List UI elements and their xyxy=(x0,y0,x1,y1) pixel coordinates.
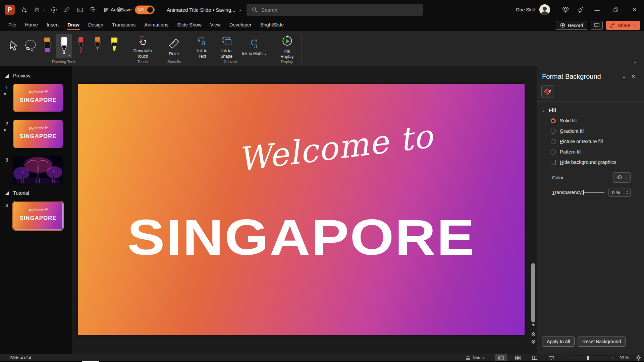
option-solid-fill[interactable]: Solid fill xyxy=(551,118,637,123)
option-hide-background-graphics[interactable]: Hide background graphics xyxy=(551,160,637,165)
panel-close-icon[interactable]: ✕ xyxy=(629,72,638,80)
radio-icon[interactable] xyxy=(551,149,556,155)
eraser-tool[interactable] xyxy=(40,34,55,58)
ink-pen-icon[interactable] xyxy=(62,5,72,15)
close-button[interactable]: ✕ xyxy=(625,0,644,19)
add-animation-star-icon[interactable] xyxy=(32,5,42,15)
normal-view-button[interactable] xyxy=(495,354,507,362)
slide-title-text[interactable]: SINGAPORE xyxy=(51,208,551,266)
ink-to-text-button[interactable]: a a Ink to Text xyxy=(191,33,214,59)
tab-slide-show[interactable]: Slide Show xyxy=(173,19,206,31)
avatar[interactable] xyxy=(539,4,550,15)
pencil-orange-tool[interactable] xyxy=(90,34,105,58)
pen-red-tool[interactable] xyxy=(73,34,89,58)
transparency-slider[interactable] xyxy=(583,190,604,195)
ruler-button[interactable]: Ruler xyxy=(163,35,185,57)
pen-white-tool[interactable]: ⌄ xyxy=(56,34,72,58)
animation-star-icon[interactable]: ★ xyxy=(3,128,6,132)
tab-brightslide[interactable]: BrightSlide xyxy=(256,19,288,31)
share-button[interactable]: Share ⌄ xyxy=(606,21,640,30)
panel-collapse-chevron-icon[interactable]: ⌄ xyxy=(619,72,629,80)
option-label[interactable]: Picture or texture fill xyxy=(560,139,603,144)
highlighter-yellow-tool[interactable] xyxy=(107,34,122,58)
fit-slide-to-window-button[interactable] xyxy=(633,354,644,362)
account-name[interactable]: One Skill xyxy=(516,7,535,12)
zoom-in-button[interactable]: + xyxy=(608,355,616,361)
zoom-out-button[interactable]: − xyxy=(564,355,572,361)
pen-options-chevron-icon[interactable]: ⌄ xyxy=(68,53,71,57)
option-pattern-fill[interactable]: Pattern fill xyxy=(551,149,637,155)
option-picture-or-texture-fill[interactable]: Picture or texture fill xyxy=(551,139,637,144)
radio-selected-icon[interactable] xyxy=(551,118,556,123)
tab-developer[interactable]: Developer xyxy=(225,19,256,31)
section-header-tutorial[interactable]: Tutorial xyxy=(5,190,29,196)
restore-button[interactable] xyxy=(606,0,625,19)
ink-to-math-button[interactable]: π π Ink to Math ⌄ xyxy=(239,35,270,57)
checkbox-icon[interactable] xyxy=(551,160,556,165)
tab-view[interactable]: View xyxy=(206,19,225,31)
spinner-arrows[interactable]: ▲▼ xyxy=(626,190,630,195)
feedback-megaphone-icon[interactable] xyxy=(573,0,588,19)
zoom-slider[interactable] xyxy=(572,356,608,360)
transparency-value[interactable]: 0 % xyxy=(609,190,626,195)
tab-transitions[interactable]: Transitions xyxy=(108,19,140,31)
duplicate-slide-icon[interactable] xyxy=(88,5,98,15)
draw-with-touch-button[interactable]: Draw with Touch xyxy=(128,33,157,59)
slider-track[interactable] xyxy=(583,192,604,193)
fill-section-header[interactable]: ⌄ Fill xyxy=(542,107,637,113)
slide-2-thumbnail[interactable]: Welcome to SINGAPORE xyxy=(13,120,63,148)
color-dropdown-button[interactable]: ⌄ xyxy=(613,172,631,183)
slide-layout-icon[interactable] xyxy=(75,5,85,15)
vertical-scrollbar-thumb[interactable] xyxy=(531,263,535,322)
autosave-toggle[interactable]: On xyxy=(135,6,154,14)
scrollbar-down-arrow-icon[interactable] xyxy=(531,324,535,326)
premium-diamond-icon[interactable] xyxy=(558,0,573,19)
preview-animations-star-icon[interactable] xyxy=(19,5,29,15)
toolbar-options-chevron-icon[interactable]: ⌄ xyxy=(153,6,156,11)
tab-design[interactable]: Design xyxy=(84,19,108,31)
reset-background-button[interactable]: Reset Background xyxy=(578,337,626,347)
chevron-down-icon[interactable]: ⌄ xyxy=(43,8,46,12)
next-slide-button[interactable] xyxy=(530,339,536,345)
slide-sorter-view-button[interactable] xyxy=(512,354,524,362)
fill-bucket-tab[interactable] xyxy=(541,85,554,98)
minimize-button[interactable]: — xyxy=(588,0,606,19)
transparency-spinbox[interactable]: 0 % ▲▼ xyxy=(608,188,631,197)
search-input[interactable] xyxy=(261,7,406,13)
tab-insert[interactable]: Insert xyxy=(42,19,63,31)
radio-icon[interactable] xyxy=(551,139,556,144)
slider-handle[interactable] xyxy=(583,190,584,195)
option-gradient-fill[interactable]: Gradient fill xyxy=(551,128,637,134)
ink-replay-button[interactable]: Ink Replay xyxy=(276,32,299,59)
apply-to-all-button[interactable]: Apply to All xyxy=(542,337,575,347)
previous-slide-button[interactable] xyxy=(530,331,536,337)
record-button[interactable]: Record xyxy=(556,21,587,30)
animation-star-icon[interactable]: ★ xyxy=(3,92,6,96)
powerpoint-logo[interactable]: P xyxy=(5,5,15,15)
ink-to-shape-button[interactable]: Ink to Shape xyxy=(214,33,238,59)
zoom-slider-handle[interactable] xyxy=(587,356,589,360)
tab-animations[interactable]: Animations xyxy=(140,19,173,31)
align-objects-icon[interactable] xyxy=(101,5,111,15)
slide-canvas[interactable]: Welcome to SINGAPORE xyxy=(78,84,525,335)
option-label[interactable]: Hide background graphics xyxy=(560,160,616,165)
tab-file[interactable]: File xyxy=(4,19,20,31)
tab-draw[interactable]: Draw xyxy=(63,19,84,31)
slide-script-text[interactable]: Welcome to xyxy=(236,117,435,178)
tab-home[interactable]: Home xyxy=(20,19,42,31)
option-label[interactable]: Pattern fill xyxy=(560,149,581,155)
reading-view-button[interactable] xyxy=(529,354,541,362)
option-label[interactable]: Solid fill xyxy=(560,118,577,123)
section-header-preview[interactable]: Preview xyxy=(5,73,31,78)
select-tool[interactable] xyxy=(6,34,21,58)
zoom-slider-track[interactable] xyxy=(572,358,608,358)
lasso-select-tool[interactable] xyxy=(23,34,38,58)
slide-show-view-button[interactable] xyxy=(545,354,557,362)
radio-icon[interactable] xyxy=(551,129,556,134)
option-label[interactable]: Gradient fill xyxy=(560,128,584,134)
move-object-icon[interactable] xyxy=(49,5,59,15)
notes-button[interactable]: Notes xyxy=(462,354,487,362)
collapse-ribbon-chevron-icon[interactable]: ⌄ xyxy=(633,59,637,64)
zoom-level[interactable]: 93 % xyxy=(616,356,633,360)
document-title[interactable]: Animated Title Slide • Saving... ⌄ xyxy=(167,0,242,19)
